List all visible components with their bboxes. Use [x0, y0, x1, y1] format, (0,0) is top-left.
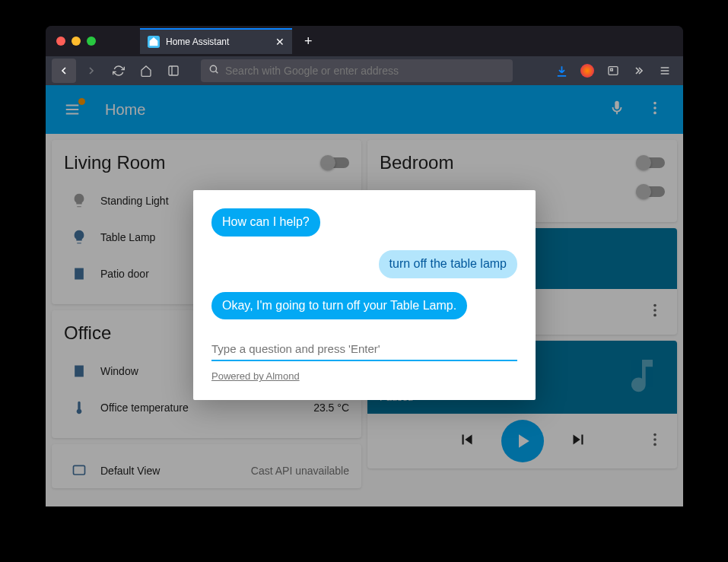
window-controls	[46, 37, 96, 46]
home-button[interactable]	[134, 59, 158, 83]
chat-message-bot: How can I help?	[211, 208, 320, 237]
titlebar: Home Assistant ✕ +	[46, 26, 683, 56]
maximize-window-button[interactable]	[87, 37, 96, 46]
powered-by-link[interactable]: Powered by Almond	[211, 370, 300, 382]
reload-button[interactable]	[106, 59, 131, 83]
url-input[interactable]	[225, 65, 505, 77]
page-content: Home Living Room	[46, 85, 683, 506]
new-tab-button[interactable]: +	[304, 33, 313, 49]
svg-line-4	[215, 71, 218, 73]
downloads-button[interactable]	[549, 59, 574, 83]
browser-window: Home Assistant ✕ +	[46, 26, 683, 506]
overflow-button[interactable]	[627, 59, 651, 83]
url-bar[interactable]	[201, 59, 513, 82]
chat-message-bot: Okay, I'm going to turn off your Table L…	[211, 292, 467, 320]
back-button[interactable]	[52, 59, 76, 83]
conversation-dialog: How can I help? turn off the table lamp …	[193, 190, 536, 400]
tab-title: Home Assistant	[166, 37, 269, 47]
conversation-input[interactable]	[211, 338, 517, 361]
forward-button[interactable]	[79, 59, 103, 83]
browser-tab[interactable]: Home Assistant ✕	[140, 28, 292, 54]
svg-point-3	[210, 65, 216, 71]
chat-message-user: turn off the table lamp	[379, 250, 517, 278]
library-button[interactable]	[161, 59, 186, 83]
extension-icon	[580, 64, 594, 78]
app-menu-button[interactable]	[653, 59, 677, 83]
minimize-window-button[interactable]	[72, 37, 81, 46]
svg-rect-1	[169, 66, 178, 75]
tab-close-button[interactable]: ✕	[275, 36, 285, 48]
close-window-button[interactable]	[56, 37, 65, 46]
extension-button[interactable]	[575, 59, 599, 83]
chat-log: How can I help? turn off the table lamp …	[211, 208, 517, 319]
reader-view-button[interactable]	[601, 59, 625, 83]
tab-favicon-icon	[148, 36, 160, 48]
browser-toolbar	[46, 56, 683, 85]
search-icon	[208, 64, 219, 78]
svg-rect-6	[611, 68, 613, 71]
